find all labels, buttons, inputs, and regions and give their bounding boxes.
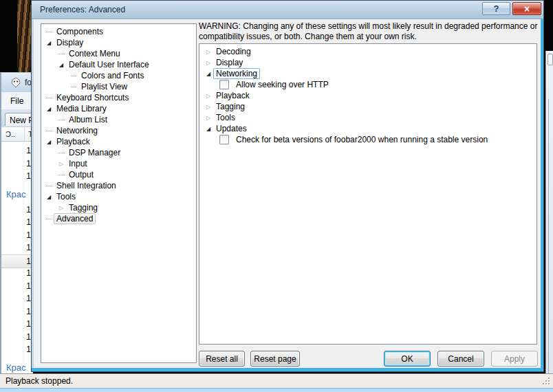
- left-tree-item-label[interactable]: Colors and Fonts: [78, 70, 147, 81]
- setting-label[interactable]: Allow seeking over HTTP: [233, 79, 332, 90]
- left-tree-item-keyboard-shortcuts[interactable]: Keyboard Shortcuts: [41, 92, 196, 103]
- left-tree-item-output[interactable]: Output: [41, 169, 196, 180]
- setting-allow-seeking-over-http[interactable]: Allow seeking over HTTP: [199, 79, 536, 90]
- playlist-row[interactable]: 1: [1, 216, 33, 228]
- tree-collapsed-icon[interactable]: ▷: [204, 101, 213, 112]
- dialog-titlebar[interactable]: Preferences: Advanced: [32, 1, 543, 19]
- tree-expanded-icon[interactable]: ◢: [204, 123, 213, 134]
- right-tree-item-label[interactable]: Playback: [213, 90, 252, 101]
- playlist-row[interactable]: 1: [1, 241, 33, 254]
- left-tree-item-display[interactable]: ◢Display: [41, 37, 196, 48]
- left-tree-item-label[interactable]: Tools: [54, 191, 78, 202]
- player-titlebar[interactable]: foob: [1, 73, 33, 92]
- playlist-row-selected[interactable]: 1: [1, 254, 33, 268]
- left-tree-item-playlist-view[interactable]: Playlist View: [41, 81, 196, 92]
- left-tree-item-label[interactable]: Media Library: [54, 103, 109, 114]
- playlist-row[interactable]: 1: [1, 305, 33, 318]
- left-tree-item-colors-and-fonts[interactable]: Colors and Fonts: [41, 70, 196, 81]
- right-tree-item-decoding[interactable]: ▷Decoding: [199, 46, 536, 57]
- setting-label[interactable]: Check for beta versions of foobar2000 wh…: [233, 134, 490, 145]
- right-tree-item-label[interactable]: Decoding: [213, 46, 254, 57]
- tree-expanded-icon[interactable]: ◢: [56, 59, 66, 70]
- playlist-row[interactable]: 1: [1, 157, 33, 170]
- apply-button[interactable]: Apply: [491, 351, 538, 367]
- right-tree-item-playback[interactable]: ▷Playback: [199, 90, 536, 101]
- left-tree-item-tagging[interactable]: ▷Tagging: [41, 202, 196, 213]
- playlist-group-header[interactable]: Крас: [6, 360, 26, 374]
- right-tree-item-tagging[interactable]: ▷Tagging: [199, 101, 536, 112]
- left-tree-item-networking[interactable]: Networking: [41, 125, 196, 136]
- left-tree-item-input[interactable]: ▷Input: [41, 158, 196, 169]
- tree-expanded-icon[interactable]: ◢: [44, 103, 54, 114]
- playlist-row[interactable]: 1: [1, 204, 33, 216]
- cancel-button[interactable]: Cancel: [437, 351, 484, 367]
- resize-grip[interactable]: [542, 377, 551, 386]
- playlist-row[interactable]: 1: [1, 280, 33, 292]
- left-tree-item-label[interactable]: Display: [54, 37, 86, 48]
- right-tree-item-tools[interactable]: ▷Tools: [199, 112, 536, 123]
- setting-check-for-beta-versions-of-foobar2000-when-running-a-stable-version[interactable]: Check for beta versions of foobar2000 wh…: [199, 134, 536, 145]
- tree-collapsed-icon[interactable]: ▷: [204, 112, 213, 123]
- advanced-settings-tree[interactable]: ▷Decoding▷Display◢NetworkingAllow seekin…: [199, 43, 537, 345]
- reset-page-button[interactable]: Reset page: [250, 351, 300, 367]
- tab-new-playlist[interactable]: New Pl: [5, 113, 33, 126]
- left-tree-item-album-list[interactable]: Album List: [41, 114, 196, 125]
- scrollbar-button[interactable]: [547, 54, 553, 65]
- left-tree-item-advanced[interactable]: Advanced: [41, 213, 196, 224]
- right-tree-item-label[interactable]: Updates: [213, 123, 250, 134]
- checkbox[interactable]: [219, 135, 229, 144]
- playlist-row[interactable]: 1: [1, 170, 33, 182]
- ok-button[interactable]: OK: [384, 351, 431, 367]
- left-tree-item-label[interactable]: Album List: [66, 114, 110, 125]
- checkbox[interactable]: [219, 80, 229, 89]
- right-tree-item-display[interactable]: ▷Display: [199, 57, 536, 68]
- menu-file[interactable]: File: [10, 96, 23, 106]
- right-tree-item-label[interactable]: Tools: [213, 112, 238, 123]
- left-tree-item-label[interactable]: Advanced: [54, 213, 96, 224]
- tree-collapsed-icon[interactable]: ▷: [56, 202, 66, 213]
- left-tree-item-label[interactable]: DSP Manager: [66, 147, 123, 158]
- left-tree-item-label[interactable]: Input: [66, 158, 90, 169]
- tree-collapsed-icon[interactable]: ▷: [204, 90, 213, 101]
- left-tree-item-label[interactable]: Tagging: [66, 202, 100, 213]
- tree-expanded-icon[interactable]: ◢: [44, 136, 54, 147]
- left-tree-item-label[interactable]: Networking: [54, 125, 100, 136]
- playlist-row[interactable]: 1: [1, 343, 33, 356]
- help-button[interactable]: ?: [482, 2, 510, 15]
- left-tree-item-label[interactable]: Components: [54, 26, 106, 37]
- left-tree-item-default-user-interface[interactable]: ◢Default User Interface: [41, 59, 196, 70]
- left-tree-item-label[interactable]: Playlist View: [78, 81, 130, 92]
- playlist[interactable]: 111Крас111111111111Крас: [1, 142, 33, 374]
- right-tree-item-label[interactable]: Tagging: [213, 101, 248, 112]
- left-tree-item-dsp-manager[interactable]: DSP Manager: [41, 147, 196, 158]
- tree-expanded-icon[interactable]: ◢: [44, 37, 54, 48]
- playlist-row[interactable]: 1: [1, 331, 33, 343]
- playlist-row[interactable]: 1: [1, 318, 33, 330]
- reset-all-button[interactable]: Reset all: [199, 351, 245, 367]
- tree-collapsed-icon[interactable]: ▷: [204, 46, 213, 57]
- tree-expanded-icon[interactable]: ◢: [204, 68, 213, 79]
- left-tree-item-components[interactable]: Components: [41, 26, 196, 37]
- playlist-row[interactable]: 1: [1, 292, 33, 305]
- left-tree-item-label[interactable]: Context Menu: [66, 48, 123, 59]
- left-tree-item-label[interactable]: Shell Integration: [54, 180, 119, 191]
- playlist-row[interactable]: 1: [1, 144, 33, 157]
- playlist-row[interactable]: 1: [1, 267, 33, 279]
- left-tree-item-label[interactable]: Default User Interface: [66, 59, 152, 70]
- left-tree-item-playback[interactable]: ◢Playback: [41, 136, 196, 147]
- left-tree-item-shell-integration[interactable]: Shell Integration: [41, 180, 196, 191]
- left-tree-item-media-library[interactable]: ◢Media Library: [41, 103, 196, 114]
- left-tree-item-tools[interactable]: ◢Tools: [41, 191, 196, 202]
- tree-collapsed-icon[interactable]: ▷: [204, 57, 213, 68]
- playlist-row[interactable]: 1: [1, 229, 33, 241]
- tree-expanded-icon[interactable]: ◢: [44, 191, 54, 202]
- left-tree-item-label[interactable]: Keyboard Shortcuts: [54, 92, 131, 103]
- left-tree-item-label[interactable]: Playback: [54, 136, 93, 147]
- left-tree-item-label[interactable]: Output: [66, 169, 96, 180]
- left-tree-item-context-menu[interactable]: Context Menu: [41, 48, 196, 59]
- right-tree-item-label[interactable]: Networking: [213, 68, 260, 79]
- column-header-playing[interactable]: Ɔ..: [1, 127, 25, 141]
- preferences-tree[interactable]: Components◢DisplayContext Menu◢Default U…: [41, 23, 197, 363]
- right-tree-item-networking[interactable]: ◢Networking: [199, 68, 536, 79]
- playlist-group-header[interactable]: Крас: [6, 187, 26, 202]
